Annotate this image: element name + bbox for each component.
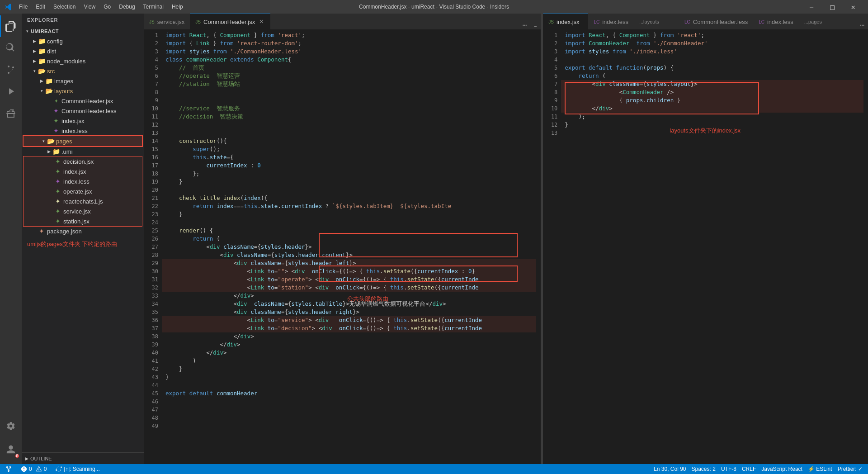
activity-account[interactable]: 0 [0,439,22,460]
package-json-icon: ✦ [38,228,45,235]
decision-icon: ✦ [54,158,61,165]
tab-right-pages-separator[interactable]: ...pages [799,14,844,29]
menu-debug[interactable]: Debug [115,3,138,11]
status-errors[interactable]: 0 0 [19,466,48,472]
node-modules-label: node_modules [47,58,85,65]
menu-file[interactable]: File [15,3,31,11]
right-code-lines: import React, { Component } from 'react'… [561,29,868,464]
status-spaces[interactable]: Spaces: 2 [690,466,717,472]
activity-search[interactable] [0,37,22,59]
svg-point-1 [8,72,9,74]
menu-terminal[interactable]: Terminal [140,3,167,11]
activity-debug[interactable] [0,81,22,102]
status-encoding[interactable]: UTF-8 [719,466,738,472]
code-line-49 [162,422,541,430]
position-text: Ln 30, Col 90 [654,466,686,472]
status-eslint[interactable]: ⚡ ESLint [806,466,834,472]
tree-item-commonheader-less[interactable]: ▶ ✦ CommonHeader.less [22,106,144,116]
code-line-33: </div> [162,292,541,300]
images-folder-icon: 📁 [45,77,52,85]
node-modules-icon: 📁 [38,57,45,65]
umi-folder-icon: 📁 [52,148,60,155]
tree-item-config[interactable]: ▶ 📁 config [22,36,144,46]
minimize-button[interactable]: − [801,0,822,14]
menu-go[interactable]: Go [100,3,114,11]
tree-item-images[interactable]: ▶ 📁 images [22,76,144,86]
activity-bar-bottom: 0 [0,415,22,464]
right-code-line-5: export default function(props) { [561,64,868,72]
activity-git[interactable] [0,59,22,81]
left-editor-split[interactable]: ⋯ [519,21,530,29]
right-scrollbar[interactable] [863,29,868,464]
status-prettier[interactable]: Prettier: ✓ [836,466,864,472]
right-code-line-2: import CommonHeader from './CommonHeader… [561,39,868,47]
tab-right-index-jsx[interactable]: JS index.jsx [543,14,588,29]
right-editor-more[interactable]: ⋯ [856,21,868,29]
layouts-index-less-icon: ✦ [52,127,60,134]
activity-explorer[interactable] [0,15,22,37]
tree-item-layouts[interactable]: ▾ 📂 layouts [22,86,144,96]
status-position[interactable]: Ln 30, Col 90 [652,466,688,472]
tree-item-src[interactable]: ▾ 📂 src [22,66,144,76]
tree-root[interactable]: ▾ UMIREACT [22,26,144,36]
tree-item-operate[interactable]: ▶ ✦ operate.jsx [24,186,142,196]
src-arrow: ▾ [31,69,38,73]
menu-help[interactable]: Help [168,3,187,11]
warning-count: 0 [44,466,47,472]
tree-item-commonheader-jsx[interactable]: ▶ ✦ CommonHeader.jsx [22,96,144,106]
tab-right-layouts-separator[interactable]: ...layouts [634,14,679,29]
maximize-button[interactable]: □ [822,0,843,14]
tab-right-index-less[interactable]: LC index.less [588,14,634,29]
code-line-29: <div className={styles.header_left}> [162,259,541,267]
tree-item-service[interactable]: ▶ ✦ service.jsx [24,206,142,216]
tab-commonheader-jsx[interactable]: JS CommonHeader.jsx × [190,14,270,29]
tree-item-layouts-index-jsx[interactable]: ▶ ✦ index.jsx [22,116,144,126]
status-git-branch[interactable] [4,466,14,472]
editor-area: JS service.jsx JS CommonHeader.jsx × ⋯ ⋯ [144,14,868,464]
right-index-jsx-tab-label: index.jsx [557,19,580,25]
menu-edit[interactable]: Edit [32,3,49,11]
close-button[interactable]: ✕ [843,0,863,14]
tab-service-jsx[interactable]: JS service.jsx [144,14,190,29]
right-code-line-9: { props.children } [561,96,868,104]
tree-item-pages-index[interactable]: ▶ ✦ index.jsx [24,166,142,176]
commonheader-tab-icon: JS [195,19,201,24]
left-code-lines: import React, { Component } from 'react'… [162,29,541,464]
activity-extensions[interactable] [0,102,22,124]
code-line-13 [162,129,541,137]
tree-item-station[interactable]: ▶ ✦ station.jsx [24,216,142,226]
left-scrollbar[interactable] [536,29,541,464]
menu-selection[interactable]: Selection [50,3,79,11]
menu-view[interactable]: View [80,3,99,11]
tab-right-commonheader-less[interactable]: LC CommonHeader.less [679,14,753,29]
sync-icon [56,466,62,472]
tree-item-decision[interactable]: ▶ ✦ decision.jsx [24,156,142,166]
tree-item-pages-index-less[interactable]: ▶ ✦ index.less [24,176,142,186]
images-label: images [54,78,73,85]
outline-panel[interactable]: ▶ OUTLINE [22,452,144,464]
activity-settings[interactable] [0,415,22,437]
tree-item-reactechats[interactable]: ▶ ✦ reactechats1.js [24,196,142,206]
tree-item-dist[interactable]: ▶ 📁 dist [22,46,144,56]
tab-right-index-less2[interactable]: LC index.less [753,14,799,29]
tree-item-node-modules[interactable]: ▶ 📁 node_modules [22,56,144,66]
right-code-line-8: <CommonHeader /> [561,88,868,96]
close-commonheader-tab[interactable]: × [258,18,265,25]
node-modules-arrow: ▶ [31,59,38,63]
right-code-line-10: </div> [561,104,868,113]
right-il-less-icon: LC [759,19,764,24]
status-line-ending[interactable]: CRLF [740,466,758,472]
status-language[interactable]: JavaScript React [760,466,804,472]
pages-files-box: ▶ ✦ decision.jsx ▶ ✦ index.jsx ▶ ✦ index… [24,156,142,226]
code-line-31: <Link to="operate"> <div onClick={()=> {… [162,275,541,284]
code-line-27: <div className={styles.header}> [162,243,541,251]
right-line-numbers: 12345 678910 111213 [543,29,561,464]
tree-item-pages[interactable]: ▾ 📂 pages [24,136,142,146]
tree-item-layouts-index-less[interactable]: ▶ ✦ index.less [22,126,144,136]
tree-item-package-json[interactable]: ▶ ✦ package.json [22,226,144,236]
tree-item-umi[interactable]: ▶ 📁 .umi [22,147,144,156]
status-scanning[interactable]: [↑]: Scanning... [54,466,101,472]
left-editor-more[interactable]: ⋯ [530,23,541,29]
operate-label: operate.jsx [63,188,92,195]
station-label: station.jsx [63,218,90,225]
